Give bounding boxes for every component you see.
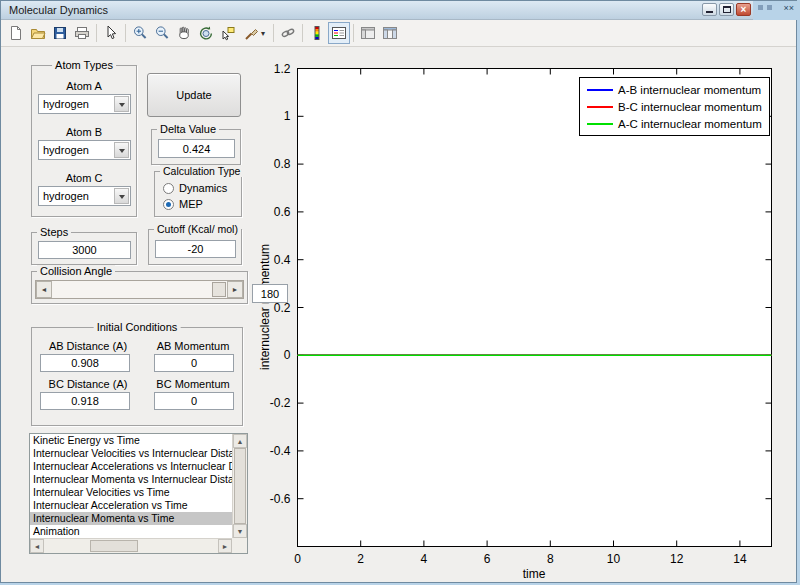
ab-distance-field[interactable]: 0.908 (40, 354, 130, 372)
maximize-icon (723, 6, 731, 13)
scrollbar-thumb[interactable] (90, 540, 138, 552)
scroll-down-button[interactable]: ▼ (233, 524, 247, 538)
pan-button[interactable] (173, 22, 195, 44)
show-plot-tools-icon (382, 25, 398, 41)
svg-text:0.8: 0.8 (274, 157, 291, 171)
list-item[interactable]: Internuclear Momenta vs Internuclear Dis… (30, 473, 232, 486)
zoom-in-button[interactable] (129, 22, 151, 44)
insert-colorbar-button[interactable] (306, 22, 328, 44)
atom-b-label: Atom B (32, 126, 136, 138)
radio-label: Dynamics (179, 182, 227, 194)
open-file-button[interactable] (27, 22, 49, 44)
svg-text:14: 14 (733, 552, 747, 566)
atom-c-dropdown[interactable]: hydrogen (38, 186, 131, 206)
link-plot-button[interactable] (277, 22, 299, 44)
atom-c-label: Atom C (32, 172, 136, 184)
slider-thumb[interactable] (212, 282, 226, 297)
delta-value-panel: Delta Value 0.424 (151, 129, 241, 165)
radio-option-mep[interactable]: MEP (163, 198, 203, 210)
atom-a-dropdown[interactable]: hydrogen (38, 94, 131, 114)
maximize-button[interactable] (719, 3, 734, 16)
horizontal-scrollbar[interactable]: ◄ ► (30, 538, 232, 553)
atom-c-value: hydrogen (43, 190, 89, 202)
steps-field[interactable]: 3000 (38, 241, 131, 259)
scrollbar-thumb[interactable] (234, 448, 246, 524)
list-item[interactable]: Kinetic Energy vs Time (30, 434, 232, 447)
scroll-left-button[interactable]: ◄ (30, 539, 44, 553)
radio-icon[interactable] (163, 183, 174, 194)
titlebar[interactable]: Molecular Dynamics × ×× (1, 1, 796, 20)
svg-text:6: 6 (484, 552, 491, 566)
ab-momentum-field[interactable]: 0 (154, 354, 234, 372)
plot-type-list[interactable]: Kinetic Energy vs TimeInternuclear Veloc… (29, 433, 248, 554)
close-button[interactable]: × (736, 3, 751, 16)
plot-area: 1.210.80.60.40.20-0.2-0.4-0.602468101214… (251, 56, 797, 582)
brush-icon (244, 25, 260, 41)
toolbar-separator (353, 24, 354, 42)
slider-right-arrow-button[interactable]: ► (227, 281, 243, 298)
hide-plot-tools-button[interactable] (357, 22, 379, 44)
list-item[interactable]: Internuclear Acceleration vs Time (30, 499, 232, 512)
radio-icon[interactable] (163, 199, 174, 210)
rotate-3d-button[interactable] (195, 22, 217, 44)
svg-text:-0.6: -0.6 (270, 492, 291, 506)
insert-legend-button[interactable] (328, 22, 350, 44)
data-cursor-icon (220, 25, 236, 41)
legend-entry: A-B internuclear momentum (580, 81, 769, 98)
cutoff-field[interactable]: -20 (155, 240, 236, 258)
minimize-button[interactable] (702, 3, 717, 16)
print-figure-button[interactable] (71, 22, 93, 44)
y-axis-label: internuclear momentum (257, 68, 272, 546)
zoom-in-icon (132, 25, 148, 41)
background-window-icon: ×× (783, 3, 794, 13)
new-figure-button[interactable] (5, 22, 27, 44)
toolbar-separator (125, 24, 126, 42)
list-item[interactable]: Animation (30, 525, 232, 538)
bc-distance-field[interactable]: 0.918 (40, 392, 130, 410)
zoom-out-button[interactable] (151, 22, 173, 44)
svg-text:10: 10 (607, 552, 621, 566)
list-item[interactable]: Internulear Velocities vs Time (30, 486, 232, 499)
rotate-3d-icon (198, 25, 214, 41)
save-figure-button[interactable] (49, 22, 71, 44)
collision-angle-slider[interactable]: ◄ ► (35, 280, 244, 299)
atom-b-value: hydrogen (43, 144, 89, 156)
legend-line-sample (587, 106, 613, 108)
toolbar: ▾ (1, 20, 796, 47)
toolbar-separator (302, 24, 303, 42)
delta-value-field[interactable]: 0.424 (158, 139, 235, 158)
svg-text:-0.2: -0.2 (270, 396, 291, 410)
vertical-scrollbar[interactable]: ▲ ▼ (232, 434, 247, 538)
atom-a-label: Atom A (32, 80, 136, 92)
slider-left-arrow-button[interactable]: ◄ (36, 281, 52, 298)
ab-distance-label: AB Distance (A) (40, 340, 136, 352)
collision-angle-field[interactable]: 180 (252, 284, 288, 303)
brush-data-button[interactable]: ▾ (239, 22, 270, 44)
toolbar-separator (96, 24, 97, 42)
scroll-up-button[interactable]: ▲ (233, 434, 247, 448)
list-item[interactable]: Internuclear Momenta vs Time (30, 512, 232, 525)
print-figure-icon (74, 25, 90, 41)
list-item[interactable]: Internuclear Accelerations vs Internucle… (30, 460, 232, 473)
atom-b-dropdown[interactable]: hydrogen (38, 140, 131, 160)
desktop-icon (767, 5, 772, 10)
hide-plot-tools-icon (360, 25, 376, 41)
edit-plot-button[interactable] (100, 22, 122, 44)
svg-text:2: 2 (357, 552, 364, 566)
chevron-down-icon[interactable] (114, 142, 129, 158)
chevron-down-icon[interactable] (114, 96, 129, 112)
update-button[interactable]: Update (147, 73, 241, 117)
show-plot-tools-button[interactable] (379, 22, 401, 44)
panel-title: Collision Angle (37, 265, 115, 277)
scroll-right-button[interactable]: ► (218, 539, 232, 553)
svg-text:1: 1 (284, 109, 291, 123)
list-item[interactable]: Internuclear Velocities vs Internuclear … (30, 447, 232, 460)
atom-types-panel: Atom Types Atom A hydrogen Atom B hydrog… (31, 65, 137, 217)
window-controls: × (702, 3, 751, 16)
legend[interactable]: A-B internuclear momentumB-C internuclea… (579, 77, 770, 136)
svg-text:12: 12 (670, 552, 684, 566)
bc-momentum-field[interactable]: 0 (154, 392, 234, 410)
chevron-down-icon[interactable] (114, 188, 129, 204)
radio-option-dynamics[interactable]: Dynamics (163, 182, 227, 194)
data-cursor-button[interactable] (217, 22, 239, 44)
